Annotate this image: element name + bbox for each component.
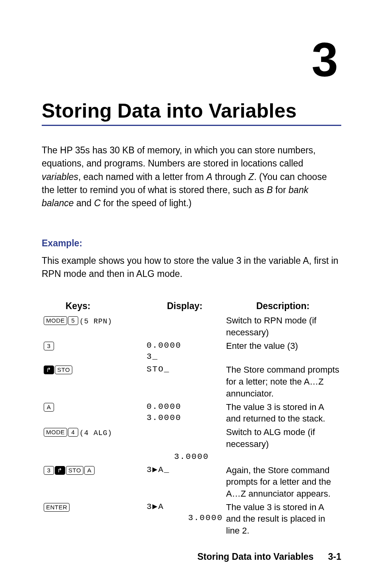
title-rule xyxy=(42,125,341,126)
table-row: ↱STO STO_ The Store command prompts for … xyxy=(42,363,341,400)
key-3: 3 xyxy=(44,342,54,350)
key-mode: MODE xyxy=(44,428,67,437)
display-line: 0.0000 xyxy=(147,340,223,351)
table-row: 3↱STOA 3▶A_ Again, the Store command pro… xyxy=(42,464,341,501)
display-cell: 3▶A_ xyxy=(145,464,224,501)
keys-cell: A xyxy=(42,400,145,426)
keys-cell: ↱STO xyxy=(42,363,145,400)
table-row: MODE5(5 RPN) Switch to RPN mode (if nece… xyxy=(42,314,341,339)
intro-text: for the speed of light.) xyxy=(101,198,191,208)
chapter-number: 3 xyxy=(42,36,338,83)
intro-italic: A xyxy=(206,172,212,182)
desc-cell: Switch to ALG mode (if necessary) xyxy=(224,426,341,451)
desc-cell: Enter the value (3) xyxy=(224,339,341,364)
display-cell xyxy=(145,426,224,451)
table-row: MODE4(4 ALG) Switch to ALG mode (if nece… xyxy=(42,426,341,451)
display-line: STO_ xyxy=(147,364,223,375)
display-line: 3.0000 xyxy=(147,513,223,524)
key-3: 3 xyxy=(44,466,54,475)
key-5: 5 xyxy=(68,316,78,325)
key-enter: ENTER xyxy=(44,503,70,512)
intro-italic: C xyxy=(94,198,101,208)
display-line: 3.0000 xyxy=(147,412,223,424)
display-line: 0.0000 xyxy=(147,401,223,412)
display-cell: 3▶A 3.0000 xyxy=(145,501,224,538)
header-display: Display: xyxy=(145,300,224,314)
table-header-row: Keys: Display: Description: xyxy=(42,300,341,314)
display-cell xyxy=(145,314,224,339)
desc-cell: The value 3 is stored in A and the resul… xyxy=(224,501,341,538)
example-heading: Example: xyxy=(42,238,341,249)
intro-text: through xyxy=(213,172,249,182)
footer-title: Storing Data into Variables xyxy=(197,551,314,562)
intro-italic: Z xyxy=(248,172,254,182)
display-center: 3.0000 xyxy=(42,451,341,463)
example-text: This example shows you how to store the … xyxy=(42,254,341,281)
steps-table: Keys: Display: Description: MODE5(5 RPN)… xyxy=(42,300,341,537)
key-a: A xyxy=(84,466,95,475)
display-line: 3▶A xyxy=(147,501,223,513)
table-row: 3.0000 xyxy=(42,451,341,463)
keys-cell: MODE4(4 ALG) xyxy=(42,426,145,451)
desc-cell: The Store command prompts for a letter; … xyxy=(224,363,341,400)
intro-text: and xyxy=(74,198,94,208)
key-shift: ↱ xyxy=(44,366,54,374)
page-title: Storing Data into Variables xyxy=(42,99,341,122)
intro-text: , each named with a letter from xyxy=(78,172,206,182)
display-cell: 0.0000 3.0000 xyxy=(145,400,224,426)
keys-cell: MODE5(5 RPN) xyxy=(42,314,145,339)
intro-paragraph: The HP 35s has 30 KB of memory, in which… xyxy=(42,144,341,210)
page-footer: Storing Data into Variables 3-1 xyxy=(197,551,341,562)
key-sto: STO xyxy=(55,366,72,374)
key-a: A xyxy=(44,403,54,412)
keys-cell: ENTER xyxy=(42,501,145,538)
key-suffix: (4 ALG) xyxy=(79,429,112,437)
display-cell: STO_ xyxy=(145,363,224,400)
footer-page: 3-1 xyxy=(328,551,341,562)
desc-cell: The value 3 is stored in A and returned … xyxy=(224,400,341,426)
intro-italic: variables xyxy=(42,172,78,182)
key-suffix: (5 RPN) xyxy=(79,317,112,325)
table-row: A 0.0000 3.0000 The value 3 is stored in… xyxy=(42,400,341,426)
intro-text: for xyxy=(273,185,289,195)
intro-text: The HP 35s has 30 KB of memory, in which… xyxy=(42,145,315,168)
desc-cell: Switch to RPN mode (if necessary) xyxy=(224,314,341,339)
key-4: 4 xyxy=(68,428,78,437)
header-keys: Keys: xyxy=(42,300,145,314)
table-row: ENTER 3▶A 3.0000 The value 3 is stored i… xyxy=(42,501,341,538)
intro-italic: B xyxy=(267,185,273,195)
page: 3 Storing Data into Variables The HP 35s… xyxy=(0,0,379,588)
key-shift: ↱ xyxy=(55,466,65,475)
table-row: 3 0.0000 3_ Enter the value (3) xyxy=(42,339,341,364)
display-line: 3_ xyxy=(147,351,223,362)
key-mode: MODE xyxy=(44,316,67,325)
display-cell: 0.0000 3_ xyxy=(145,339,224,364)
key-sto: STO xyxy=(66,466,83,475)
desc-cell: Again, the Store command prompts for a l… xyxy=(224,464,341,501)
keys-cell: 3↱STOA xyxy=(42,464,145,501)
keys-cell: 3 xyxy=(42,339,145,364)
header-description: Description: xyxy=(224,300,341,314)
